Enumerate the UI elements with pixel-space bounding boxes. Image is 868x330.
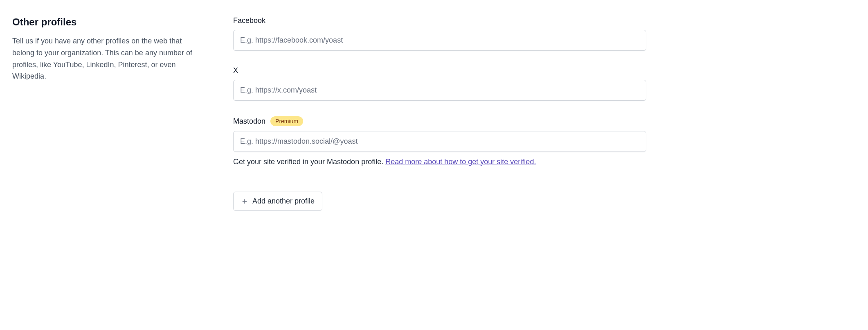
mastodon-label: Mastodon — [233, 117, 265, 126]
section-description: Tell us if you have any other profiles o… — [12, 35, 192, 82]
x-input[interactable] — [233, 80, 646, 101]
add-another-profile-button[interactable]: Add another profile — [233, 192, 322, 211]
x-label: X — [233, 66, 238, 75]
facebook-label: Facebook — [233, 16, 265, 25]
premium-badge: Premium — [270, 116, 303, 126]
mastodon-help-link[interactable]: Read more about how to get your site ver… — [385, 158, 536, 166]
add-button-label: Add another profile — [252, 197, 315, 206]
x-field-group: X — [233, 66, 646, 101]
facebook-field-group: Facebook — [233, 16, 646, 51]
mastodon-input[interactable] — [233, 131, 646, 152]
section-title: Other profiles — [12, 16, 192, 28]
facebook-input[interactable] — [233, 30, 646, 51]
mastodon-field-group: Mastodon Premium Get your site verified … — [233, 116, 646, 166]
plus-icon — [241, 198, 248, 205]
mastodon-help-text: Get your site verified in your Mastodon … — [233, 158, 646, 166]
mastodon-help-text-prefix: Get your site verified in your Mastodon … — [233, 158, 385, 166]
